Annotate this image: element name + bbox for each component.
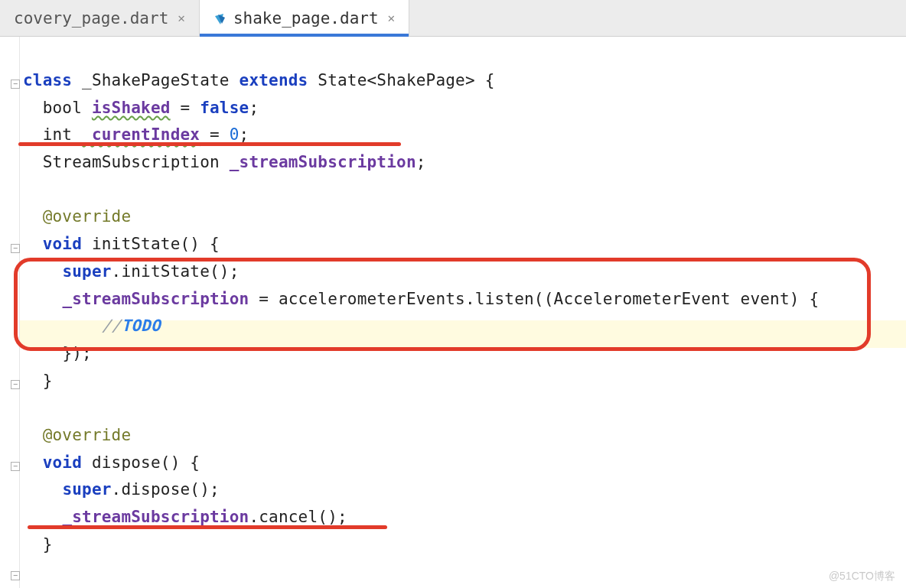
number-zero: 0	[230, 125, 240, 144]
keyword-false: false	[200, 99, 249, 117]
annotation-underline	[18, 142, 401, 146]
field-isShaked: isShaked	[92, 99, 171, 117]
semi: ;	[416, 153, 426, 171]
call-super-initState: .initState();	[112, 262, 240, 281]
semi: ;	[240, 125, 249, 144]
brace-close: }	[43, 372, 53, 390]
annotation-underline	[28, 525, 387, 529]
dart-file-icon	[213, 11, 227, 25]
super-type: State<ShakePage>	[318, 71, 475, 89]
close-icon[interactable]: ✕	[388, 11, 396, 25]
tab-label: covery_page.dart	[14, 9, 168, 28]
type-streamsub: StreamSubscription	[43, 153, 230, 171]
field-streamSubscription: _streamSubscription	[230, 153, 416, 171]
fold-marker-icon[interactable]: −	[11, 571, 20, 580]
method-dispose: dispose() {	[82, 453, 200, 472]
type-bool: bool	[43, 99, 92, 117]
field-curentIndex: _curentIndex	[82, 125, 200, 144]
watermark: @51CTO博客	[829, 570, 895, 583]
tab-shake-page[interactable]: shake_page.dart ✕	[200, 0, 409, 36]
eq: =	[171, 99, 200, 117]
semi: ;	[249, 99, 259, 117]
keyword-extends: extends	[240, 71, 308, 89]
keyword-super: super	[62, 480, 111, 499]
eq: =	[200, 125, 230, 144]
field-streamSubscription: _streamSubscription	[62, 290, 249, 308]
todo-comment: TODO	[121, 317, 160, 335]
editor-tabs: covery_page.dart ✕ shake_page.dart ✕	[0, 0, 906, 37]
comment-slashes: //	[102, 317, 122, 335]
keyword-super: super	[62, 262, 111, 281]
field-streamSubscription: _streamSubscription	[62, 508, 249, 526]
annotation-override: @override	[43, 207, 132, 226]
tab-label: shake_page.dart	[233, 9, 379, 28]
keyword-class: class	[23, 71, 72, 89]
type-int: int	[43, 125, 82, 144]
method-initState: initState() {	[82, 235, 220, 253]
brace-close: }	[43, 535, 53, 554]
listen-close: });	[62, 344, 92, 362]
call-cancel: .cancel();	[249, 508, 347, 526]
close-icon[interactable]: ✕	[178, 11, 185, 25]
brace: {	[475, 71, 495, 89]
code-editor[interactable]: class _ShakePageState extends State<Shak…	[0, 37, 906, 558]
keyword-void: void	[43, 235, 82, 253]
tab-covery-page[interactable]: covery_page.dart ✕	[0, 0, 200, 36]
class-name: _ShakePageState	[82, 71, 230, 89]
keyword-void: void	[43, 453, 82, 472]
listen-call: = accelerometerEvents.listen((Accelerome…	[249, 290, 819, 308]
call-super-dispose: .dispose();	[112, 480, 220, 499]
annotation-override: @override	[43, 426, 132, 444]
